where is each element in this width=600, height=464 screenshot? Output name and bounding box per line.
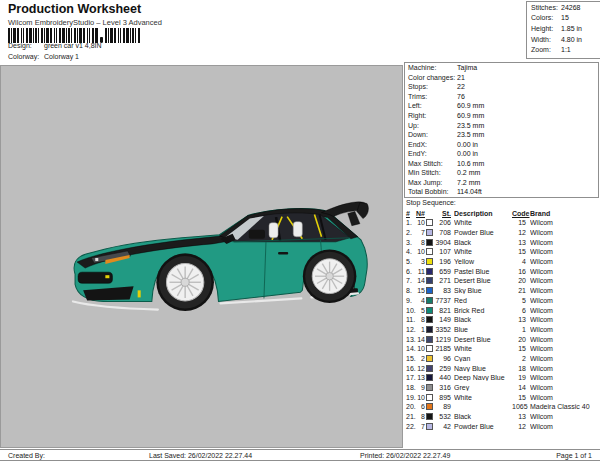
- thread-swatch: [426, 345, 433, 352]
- stop-row: 20.6891065Madeira Classic 40: [404, 402, 600, 412]
- stop-index: 6.: [406, 268, 415, 275]
- needle-number: 14: [415, 336, 425, 343]
- machine-row: Stops:22: [405, 82, 598, 92]
- stop-row: 17.13440Deep Navy Blue19Wilcom: [404, 373, 600, 383]
- machine-row: Left:60.9 mm: [405, 101, 598, 111]
- stop-index: 2.: [406, 229, 415, 236]
- column-header: Code: [512, 210, 526, 217]
- thread-code: 13: [512, 413, 526, 420]
- thread-brand: Wilcom: [530, 248, 600, 255]
- stitch-count: 42: [435, 423, 451, 430]
- thread-description: Black: [454, 413, 512, 420]
- stop-index: 3.: [406, 239, 415, 246]
- machine-row: Down:23.5 mm: [405, 130, 598, 140]
- machine-value: 22: [457, 83, 465, 90]
- summary-label: Height:: [531, 25, 561, 32]
- machine-value: 10.6 mm: [457, 160, 484, 167]
- stop-row: 13.141219Desert Blue20Wilcom: [404, 334, 600, 344]
- thread-code: 5: [512, 297, 526, 304]
- thread-code: 15: [512, 248, 526, 255]
- needle-number: 5: [415, 307, 425, 314]
- column-header: N#: [415, 210, 425, 217]
- machine-label: Total Bobbin:: [408, 188, 457, 195]
- summary-row: Height:1.85 in: [527, 23, 600, 34]
- needle-number: 12: [415, 365, 425, 372]
- machine-label: EndY:: [408, 150, 457, 157]
- machine-row: Min Stitch:0.2 mm: [405, 168, 598, 178]
- machine-value: 60.9 mm: [457, 112, 484, 119]
- stop-sequence-rows: 1.10206White15Wilcom2.7708Powder Blue12W…: [404, 218, 600, 431]
- stop-row: 5.3196Yellow4Wilcom: [404, 257, 600, 267]
- thread-brand: Wilcom: [530, 374, 600, 381]
- printed: Printed: 26/02/2022 22.27.49: [360, 452, 450, 459]
- thread-description: Brick Red: [454, 307, 512, 314]
- stitch-count: 149: [435, 316, 451, 323]
- summary-row: Stitches:24268: [527, 2, 600, 13]
- thread-description: Navy Blue: [454, 365, 512, 372]
- machine-value: 76: [457, 93, 465, 100]
- stop-index: 9.: [406, 297, 415, 304]
- needle-number: 4: [415, 297, 425, 304]
- thread-description: Black: [454, 239, 512, 246]
- summary-value: 4.80 in: [561, 36, 582, 43]
- needle-number: 15: [415, 287, 425, 294]
- machine-label: EndX:: [408, 141, 457, 148]
- thread-swatch: [426, 374, 433, 381]
- stop-row: 16.12259Navy Blue18Wilcom: [404, 363, 600, 373]
- thread-swatch: [426, 403, 433, 410]
- machine-value: 60.9 mm: [457, 102, 484, 109]
- thread-brand: Wilcom: [530, 336, 600, 343]
- machine-row: Right:60.9 mm: [405, 111, 598, 121]
- thread-description: Pastel Blue: [454, 268, 512, 275]
- thread-code: 12: [512, 423, 526, 430]
- thread-brand: Wilcom: [530, 239, 600, 246]
- thread-brand: Wilcom: [530, 258, 600, 265]
- stitch-count: 895: [435, 394, 451, 401]
- stop-index: 4.: [406, 248, 415, 255]
- thread-brand: Wilcom: [530, 326, 600, 333]
- thread-code: 15: [512, 394, 526, 401]
- thread-swatch: [426, 413, 433, 420]
- design-row: Design:green car v1 4,8IN: [8, 42, 102, 49]
- thread-brand: Wilcom: [530, 268, 600, 275]
- stop-row: 10.5821Brick Red6Wilcom: [404, 305, 600, 315]
- thread-code: 15: [512, 345, 526, 352]
- machine-label: Max Jump:: [408, 179, 457, 186]
- thread-swatch: [426, 297, 433, 304]
- stop-row: 18.9316Grey14Wilcom: [404, 383, 600, 393]
- thread-code: 18: [512, 365, 526, 372]
- needle-number: 8: [415, 413, 425, 420]
- stop-index: 13.: [406, 336, 415, 343]
- stitch-count: 1219: [435, 336, 451, 343]
- stop-index: 12.: [406, 326, 415, 333]
- stop-index: 22.: [406, 423, 415, 430]
- thread-brand: Wilcom: [530, 423, 600, 430]
- colorway-label: Colorway:: [8, 53, 44, 60]
- thread-brand: Wilcom: [530, 287, 600, 294]
- stitch-count: 89: [435, 403, 451, 410]
- stitch-count: 107: [435, 248, 451, 255]
- stitch-count: 440: [435, 374, 451, 381]
- thread-brand: Wilcom: [530, 277, 600, 284]
- stop-sequence-panel: Stop Sequence: #N#St.DescriptionCodeBran…: [404, 199, 600, 431]
- thread-brand: Wilcom: [530, 413, 600, 420]
- stop-index: 19.: [406, 394, 415, 401]
- design-canvas: [0, 65, 403, 448]
- stop-index: 10.: [406, 307, 415, 314]
- stop-row: 2.7708Powder Blue12Wilcom: [404, 228, 600, 238]
- machine-label: Trims:: [408, 93, 457, 100]
- thread-code: 21: [512, 287, 526, 294]
- stop-index: 5.: [406, 258, 415, 265]
- stop-row: 1.10206White15Wilcom: [404, 218, 600, 228]
- stitch-count: 3904: [435, 239, 451, 246]
- stop-row: 6.11659Pastel Blue16Wilcom: [404, 266, 600, 276]
- design-label: Design:: [8, 42, 44, 49]
- stitch-count: 7737: [435, 297, 451, 304]
- thread-brand: Wilcom: [530, 384, 600, 391]
- page-footer: Created By: Last Saved: 26/02/2022 22.27…: [0, 449, 600, 461]
- thread-code: 20: [512, 336, 526, 343]
- last-saved: Last Saved: 26/02/2022 22.27.44: [149, 452, 252, 459]
- needle-number: 10: [415, 248, 425, 255]
- column-header: Description: [454, 210, 512, 217]
- stitch-count: 83: [435, 287, 451, 294]
